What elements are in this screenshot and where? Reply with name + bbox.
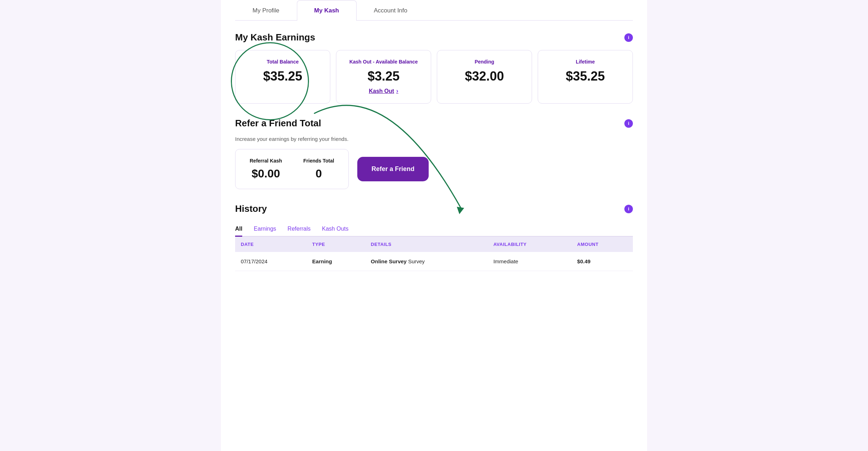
row-amount: $0.49 <box>571 252 633 271</box>
refer-header: Refer a Friend Total i <box>235 118 633 129</box>
total-balance-label: Total Balance <box>243 59 323 65</box>
referral-kash-stat: Referral Kash $0.00 <box>250 158 282 180</box>
history-section: History i All Earnings Referrals Kash Ou… <box>235 203 633 271</box>
balance-cards: Total Balance $35.25 Kash Out - Availabl… <box>235 50 633 104</box>
history-info-icon[interactable]: i <box>624 205 633 213</box>
history-title: History <box>235 203 267 214</box>
kash-out-available-amount: $3.25 <box>343 69 424 84</box>
history-tab-referrals[interactable]: Referrals <box>288 222 311 237</box>
kash-out-link-text: Kash Out <box>369 88 394 94</box>
refer-box: Referral Kash $0.00 Friends Total 0 Refe… <box>235 149 633 189</box>
row-date: 07/17/2024 <box>235 252 306 271</box>
row-type: Earning <box>306 252 365 271</box>
pending-label: Pending <box>444 59 525 65</box>
tab-my-profile[interactable]: My Profile <box>235 0 297 21</box>
kash-out-available-label: Kash Out - Available Balance <box>343 59 424 65</box>
friends-total-stat: Friends Total 0 <box>303 158 334 180</box>
history-tab-earnings[interactable]: Earnings <box>254 222 276 237</box>
col-date: DATE <box>235 237 306 252</box>
history-tab-kash-outs[interactable]: Kash Outs <box>322 222 349 237</box>
tab-my-kash[interactable]: My Kash <box>297 0 357 21</box>
refer-title: Refer a Friend Total <box>235 118 321 129</box>
col-amount: AMOUNT <box>571 237 633 252</box>
friends-total-value: 0 <box>303 167 334 180</box>
kash-out-available-card: Kash Out - Available Balance $3.25 Kash … <box>336 50 431 104</box>
page-wrapper: My Profile My Kash Account Info My Kash … <box>221 0 647 451</box>
lifetime-amount: $35.25 <box>545 69 625 84</box>
lifetime-label: Lifetime <box>545 59 625 65</box>
row-details-bold: Online Survey <box>371 258 407 264</box>
row-type-bold: Earning <box>312 258 332 264</box>
kash-earnings-header: My Kash Earnings i <box>235 32 633 43</box>
tab-account-info[interactable]: Account Info <box>357 0 425 21</box>
history-header: History i <box>235 203 633 214</box>
refer-description: Increase your earnings by referring your… <box>235 136 633 142</box>
lifetime-card: Lifetime $35.25 <box>538 50 633 104</box>
table-row: 07/17/2024 Earning Online Survey Survey … <box>235 252 633 271</box>
history-table: DATE TYPE DETAILS AVAILABILITY AMOUNT 07… <box>235 237 633 271</box>
col-availability: AVAILABILITY <box>488 237 571 252</box>
col-type: TYPE <box>306 237 365 252</box>
history-table-body: 07/17/2024 Earning Online Survey Survey … <box>235 252 633 271</box>
tabs-bar: My Profile My Kash Account Info <box>235 0 633 21</box>
refer-stats-card: Referral Kash $0.00 Friends Total 0 <box>235 149 349 189</box>
kash-earnings-info-icon[interactable]: i <box>624 33 633 42</box>
refer-section: Refer a Friend Total i Increase your ear… <box>235 118 633 189</box>
total-balance-amount: $35.25 <box>243 69 323 84</box>
refer-info-icon[interactable]: i <box>624 119 633 128</box>
chevron-right-icon: › <box>396 87 398 95</box>
row-details-rest: Survey <box>407 258 425 264</box>
friends-total-label: Friends Total <box>303 158 334 164</box>
total-balance-card: Total Balance $35.25 <box>235 50 330 104</box>
refer-friend-button[interactable]: Refer a Friend <box>357 157 429 181</box>
pending-amount: $32.00 <box>444 69 525 84</box>
history-tabs: All Earnings Referrals Kash Outs <box>235 221 633 237</box>
referral-kash-value: $0.00 <box>250 167 282 180</box>
kash-out-link[interactable]: Kash Out › <box>343 87 424 95</box>
referral-kash-label: Referral Kash <box>250 158 282 164</box>
row-availability: Immediate <box>488 252 571 271</box>
history-table-header-row: DATE TYPE DETAILS AVAILABILITY AMOUNT <box>235 237 633 252</box>
history-tab-all[interactable]: All <box>235 222 242 237</box>
kash-earnings-title: My Kash Earnings <box>235 32 315 43</box>
pending-card: Pending $32.00 <box>437 50 532 104</box>
col-details: DETAILS <box>365 237 488 252</box>
row-details: Online Survey Survey <box>365 252 488 271</box>
history-table-head: DATE TYPE DETAILS AVAILABILITY AMOUNT <box>235 237 633 252</box>
